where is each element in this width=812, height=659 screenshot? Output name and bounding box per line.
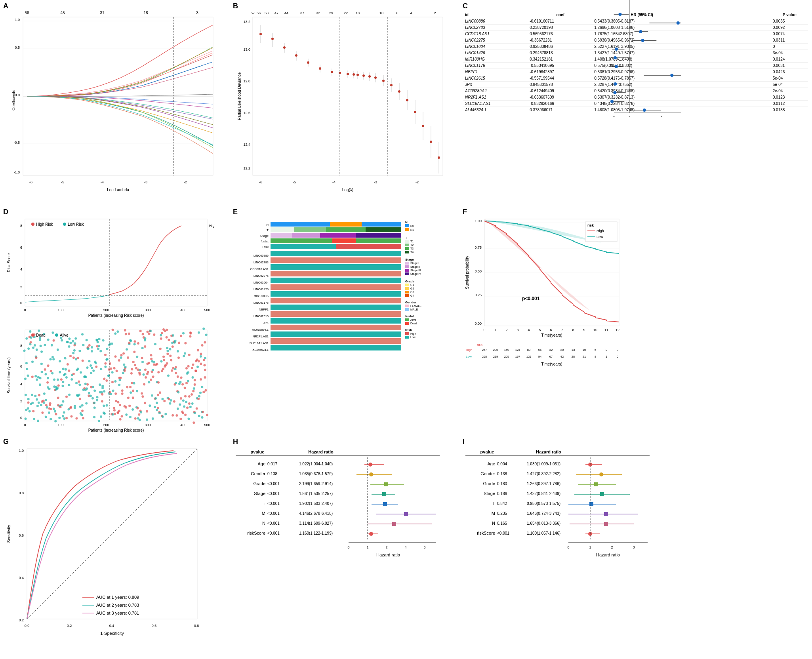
svg-point-167 (31, 394, 33, 396)
svg-point-447 (126, 348, 128, 350)
svg-text:0: 0 (24, 308, 26, 312)
svg-point-618 (184, 413, 187, 416)
svg-point-454 (128, 405, 131, 407)
svg-point-224 (50, 418, 52, 420)
svg-text:2: 2 (434, 11, 436, 15)
svg-point-544 (159, 348, 162, 350)
svg-point-475 (136, 356, 138, 358)
svg-point-449 (127, 356, 129, 359)
svg-point-436 (122, 352, 125, 354)
panel-a-xlabel: Log Lambda (107, 188, 129, 192)
svg-point-528 (154, 406, 156, 408)
svg-point-158 (27, 402, 30, 404)
svg-point-176 (34, 395, 36, 397)
svg-rect-766 (405, 284, 409, 286)
svg-text:1.030(1.009-1.051): 1.030(1.009-1.051) (527, 462, 560, 466)
svg-point-221 (49, 402, 51, 405)
svg-rect-735 (271, 305, 401, 310)
svg-point-68 (382, 80, 385, 82)
svg-point-206 (44, 344, 46, 346)
svg-point-621 (185, 401, 187, 403)
svg-point-191 (39, 383, 41, 386)
svg-rect-741 (271, 345, 401, 350)
svg-point-615 (184, 387, 186, 389)
svg-point-642 (193, 421, 195, 424)
svg-point-603 (179, 403, 181, 406)
svg-point-629 (188, 395, 191, 398)
svg-point-433 (121, 415, 123, 417)
svg-point-481 (138, 413, 140, 416)
svg-point-570 (168, 339, 170, 341)
svg-text:21: 21 (583, 355, 586, 358)
svg-text:NBPF1: NBPF1 (259, 308, 269, 311)
svg-rect-946 (604, 522, 608, 526)
svg-point-601 (178, 342, 180, 344)
svg-point-564 (166, 329, 168, 331)
svg-point-631 (188, 354, 191, 356)
svg-text:LINC00886: LINC00886 (254, 254, 269, 257)
svg-rect-707 (332, 238, 356, 243)
svg-text:13.0: 13.0 (243, 48, 250, 51)
svg-text:AL445524.1: AL445524.1 (253, 348, 269, 352)
panel-f-xlabel2: Time(years) (541, 362, 562, 366)
svg-point-468 (133, 351, 135, 353)
svg-point-422 (118, 409, 120, 412)
svg-point-666 (201, 416, 203, 419)
svg-text:300: 300 (145, 308, 151, 312)
svg-text:LINC01426: LINC01426 (254, 288, 269, 291)
svg-point-283 (70, 406, 72, 408)
svg-point-421 (117, 401, 119, 404)
svg-point-293 (74, 405, 76, 408)
svg-point-230 (53, 408, 55, 410)
svg-point-451 (128, 333, 130, 335)
svg-text:LINC02783: LINC02783 (254, 261, 269, 264)
svg-point-384 (104, 366, 107, 368)
svg-point-208 (45, 415, 47, 418)
svg-point-369 (99, 350, 102, 352)
svg-point-326 (84, 383, 87, 385)
svg-point-428 (119, 418, 122, 421)
svg-point-486 (139, 330, 142, 332)
svg-text:Stage: Stage (405, 258, 414, 261)
svg-text:risk: risk (587, 223, 594, 227)
svg-text:-3: -3 (144, 180, 147, 184)
svg-text:1.022(1.004-1.040): 1.022(1.004-1.040) (299, 462, 333, 466)
svg-point-381 (103, 390, 105, 392)
svg-text:Alive: Alive (410, 318, 416, 321)
svg-point-453 (128, 341, 130, 344)
panel-f-ylabel: Survival probability (465, 256, 469, 289)
svg-point-473 (135, 367, 137, 369)
svg-point-504 (146, 410, 148, 413)
svg-point-520 (151, 394, 153, 397)
svg-point-921 (599, 472, 603, 476)
svg-text:MALE: MALE (410, 308, 418, 311)
panel-b-xlabel: Log(λ) (342, 188, 353, 192)
svg-text:12.2: 12.2 (243, 166, 250, 170)
svg-rect-696 (326, 227, 366, 232)
svg-text:239: 239 (493, 355, 498, 358)
svg-point-319 (82, 417, 84, 419)
svg-point-471 (134, 364, 136, 366)
svg-point-441 (124, 369, 126, 372)
svg-point-233 (53, 378, 55, 381)
svg-point-155 (27, 375, 29, 377)
svg-text:0.235: 0.235 (497, 511, 507, 516)
svg-text:Stage IV: Stage IV (410, 272, 421, 276)
svg-text:159: 159 (504, 348, 509, 352)
svg-point-288 (72, 352, 74, 354)
svg-point-265 (64, 373, 67, 375)
svg-text:8: 8 (20, 344, 22, 348)
svg-point-577 (170, 399, 172, 402)
svg-point-385 (104, 362, 107, 365)
svg-point-602 (179, 381, 181, 383)
svg-point-48 (307, 61, 309, 64)
svg-point-470 (133, 340, 136, 343)
svg-rect-695 (294, 227, 326, 232)
svg-text:risk: risk (477, 343, 483, 347)
svg-point-204 (43, 392, 46, 395)
svg-text:1.00: 1.00 (475, 219, 482, 223)
svg-point-484 (139, 373, 141, 375)
svg-point-477 (137, 407, 139, 409)
panel-a-top-num2: 45 (60, 11, 65, 15)
svg-point-632 (189, 406, 192, 408)
